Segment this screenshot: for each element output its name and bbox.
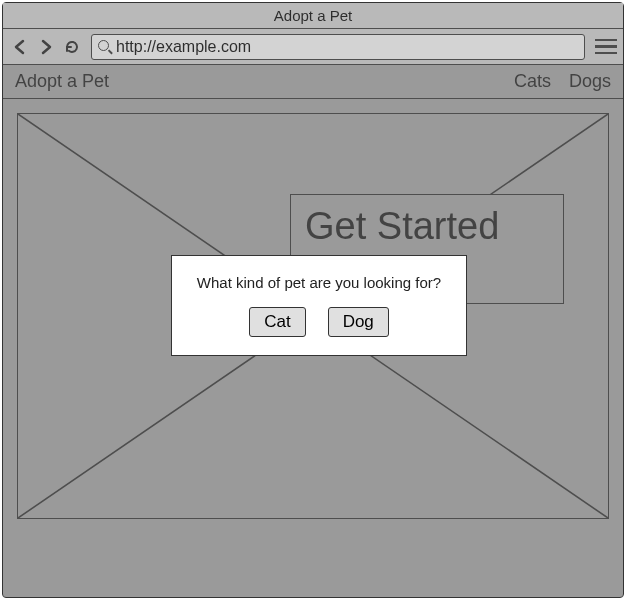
choose-cat-button[interactable]: Cat bbox=[249, 307, 305, 337]
pet-type-dialog: What kind of pet are you looking for? Ca… bbox=[171, 255, 467, 356]
browser-window: Adopt a Pet Adopt a Pet Cats Dogs bbox=[2, 2, 624, 598]
choose-dog-button[interactable]: Dog bbox=[328, 307, 389, 337]
dialog-buttons: Cat Dog bbox=[186, 307, 452, 337]
dialog-prompt: What kind of pet are you looking for? bbox=[186, 274, 452, 291]
